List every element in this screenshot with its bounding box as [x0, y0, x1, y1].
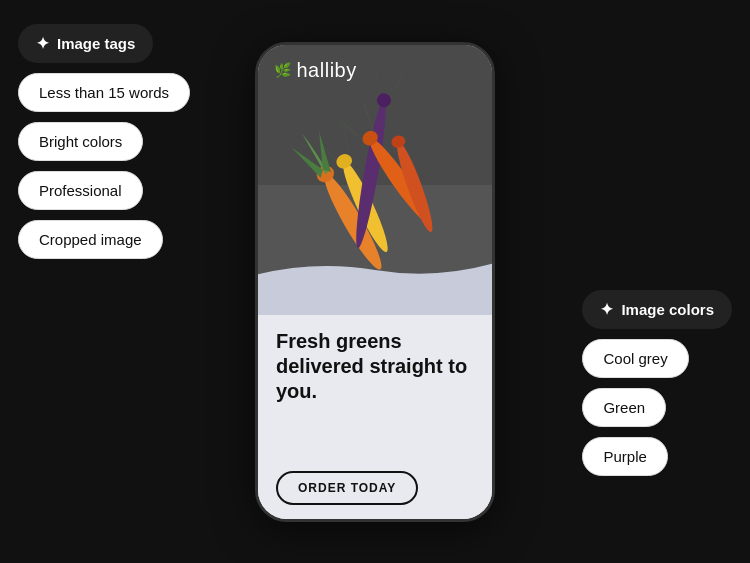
tag-cropped-image[interactable]: Cropped image — [18, 220, 163, 259]
left-panel: ✦ Image tags Less than 15 words Bright c… — [18, 24, 190, 259]
phone-mockup: 🌿 halliby Fresh greens delivered straigh… — [255, 42, 495, 522]
phone-text-section: Fresh greens delivered straight to you. … — [258, 315, 492, 519]
tag-professional[interactable]: Professional — [18, 171, 143, 210]
image-colors-title: Image colors — [621, 301, 714, 318]
color-cool-grey[interactable]: Cool grey — [582, 339, 688, 378]
phone-brand-name: halliby — [297, 59, 357, 82]
color-green[interactable]: Green — [582, 388, 666, 427]
color-purple[interactable]: Purple — [582, 437, 667, 476]
right-panel: ✦ Image colors Cool grey Green Purple — [582, 290, 732, 476]
image-colors-header: ✦ Image colors — [582, 290, 732, 329]
phone-image-section: 🌿 halliby — [258, 45, 492, 315]
color-header-icon: ✦ — [600, 300, 613, 319]
logo-leaf-icon: 🌿 — [274, 62, 292, 78]
phone-cta-button[interactable]: ORDER TODAY — [276, 471, 418, 505]
phone-headline: Fresh greens delivered straight to you. — [276, 329, 474, 404]
phone-brand-logo: 🌿 halliby — [274, 59, 357, 82]
phone-frame: 🌿 halliby Fresh greens delivered straigh… — [255, 42, 495, 522]
tag-bright-colors[interactable]: Bright colors — [18, 122, 143, 161]
image-tags-title: Image tags — [57, 35, 135, 52]
tag-header-icon: ✦ — [36, 34, 49, 53]
tag-less-than-15-words[interactable]: Less than 15 words — [18, 73, 190, 112]
image-tags-header: ✦ Image tags — [18, 24, 153, 63]
